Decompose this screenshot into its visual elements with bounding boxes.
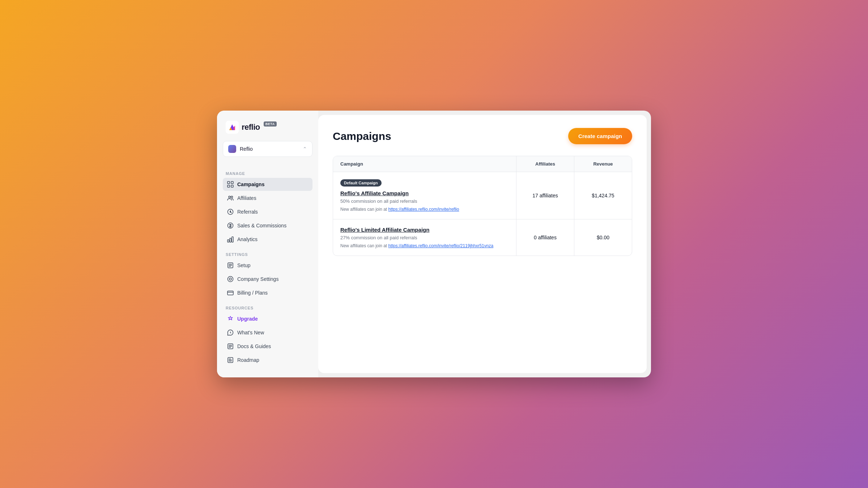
campaign-desc-2: 27% commission on all paid referrals	[340, 235, 509, 240]
link-prefix-2: New affiliates can join at	[340, 243, 387, 248]
campaigns-table: Campaign Affiliates Revenue Default Camp…	[333, 156, 632, 256]
sidebar-item-campaigns[interactable]: Campaigns	[223, 178, 312, 191]
app-container: reflio BETA Reflio ⌃ MANAGE Campaigns Af…	[217, 111, 651, 377]
sidebar-item-billing[interactable]: Billing / Plans	[223, 286, 312, 299]
svg-rect-14	[230, 238, 231, 242]
campaign-link-row-1: New affiliates can join at https://affil…	[340, 207, 509, 212]
default-badge: Default Campaign	[340, 179, 382, 187]
create-campaign-button[interactable]: Create campaign	[568, 128, 632, 144]
sidebar-item-affiliates[interactable]: Affiliates	[223, 192, 312, 205]
setup-label: Setup	[237, 262, 251, 268]
svg-rect-15	[232, 237, 233, 242]
whats-new-icon	[227, 329, 234, 336]
svg-point-17	[228, 277, 233, 282]
workspace-icon	[228, 145, 236, 153]
logo-icon	[226, 121, 239, 134]
campaign-cell-2: Reflio's Limited Affiliate Campaign 27% …	[333, 219, 516, 256]
main-content: Campaigns Create campaign Campaign Affil…	[318, 115, 647, 373]
setup-icon	[227, 262, 234, 269]
logo-text: reflio	[242, 123, 260, 132]
resources-section-label: RESOURCES	[223, 306, 312, 310]
affiliates-cell-1: 17 affiliates	[516, 172, 574, 219]
sidebar-item-company[interactable]: Company Settings	[223, 273, 312, 286]
whats-new-label: What's New	[237, 330, 264, 335]
sales-label: Sales & Commissions	[237, 223, 286, 228]
svg-point-9	[231, 196, 233, 198]
workspace-name: Reflio	[240, 146, 299, 152]
campaign-desc-1: 50% commission on all paid referrals	[340, 198, 509, 204]
svg-point-18	[229, 278, 231, 280]
upgrade-label: Upgrade	[237, 316, 258, 322]
beta-badge: BETA	[264, 121, 277, 127]
page-header: Campaigns Create campaign	[333, 128, 632, 144]
analytics-icon	[227, 236, 234, 243]
revenue-cell-1: $1,424.75	[574, 172, 632, 219]
sidebar: reflio BETA Reflio ⌃ MANAGE Campaigns Af…	[217, 111, 318, 377]
campaign-cell-1: Default Campaign Reflio's Affiliate Camp…	[333, 172, 516, 219]
table-row: Reflio's Limited Affiliate Campaign 27% …	[333, 219, 632, 256]
affiliates-cell-2: 0 affiliates	[516, 219, 574, 256]
logo-area: reflio BETA	[223, 121, 312, 134]
svg-point-8	[229, 196, 230, 198]
campaigns-label: Campaigns	[237, 181, 264, 187]
company-icon	[227, 276, 234, 282]
campaign-name-2[interactable]: Reflio's Limited Affiliate Campaign	[340, 227, 509, 233]
settings-section-label: SETTINGS	[223, 252, 312, 257]
table-header: Campaign Affiliates Revenue	[333, 156, 632, 172]
revenue-cell-2: $0.00	[574, 219, 632, 256]
link-prefix-1: New affiliates can join at	[340, 207, 387, 212]
svg-rect-13	[227, 240, 229, 242]
sidebar-item-docs[interactable]: Docs & Guides	[223, 340, 312, 353]
docs-label: Docs & Guides	[237, 343, 271, 349]
billing-icon	[227, 290, 234, 296]
svg-rect-7	[231, 185, 233, 187]
manage-section-label: MANAGE	[223, 171, 312, 176]
workspace-selector[interactable]: Reflio ⌃	[223, 141, 312, 157]
th-revenue: Revenue	[574, 156, 632, 172]
svg-rect-19	[227, 291, 233, 295]
affiliates-label: Affiliates	[237, 195, 256, 201]
campaign-link-2[interactable]: https://affiliates.reflio.com/invite/ref…	[388, 243, 494, 248]
referrals-icon	[227, 209, 234, 215]
svg-rect-4	[227, 181, 230, 184]
svg-rect-5	[231, 181, 233, 184]
svg-rect-6	[227, 185, 230, 187]
campaigns-icon	[227, 181, 234, 188]
docs-icon	[227, 343, 234, 350]
page-title: Campaigns	[333, 130, 391, 142]
svg-point-11	[230, 211, 231, 213]
analytics-label: Analytics	[237, 236, 258, 242]
sidebar-item-roadmap[interactable]: Roadmap	[223, 354, 312, 367]
billing-label: Billing / Plans	[237, 290, 268, 296]
roadmap-icon	[227, 357, 234, 363]
campaign-name-1[interactable]: Reflio's Affiliate Campaign	[340, 190, 509, 196]
sidebar-item-setup[interactable]: Setup	[223, 259, 312, 272]
table-row: Default Campaign Reflio's Affiliate Camp…	[333, 172, 632, 219]
upgrade-icon	[227, 316, 234, 322]
sidebar-item-upgrade[interactable]: Upgrade	[223, 312, 312, 325]
sidebar-item-whats-new[interactable]: What's New	[223, 326, 312, 339]
referrals-label: Referrals	[237, 209, 258, 215]
sidebar-item-analytics[interactable]: Analytics	[223, 233, 312, 246]
sidebar-item-sales[interactable]: Sales & Commissions	[223, 219, 312, 232]
th-campaign: Campaign	[333, 156, 516, 172]
campaign-link-row-2: New affiliates can join at https://affil…	[340, 243, 509, 248]
th-affiliates: Affiliates	[516, 156, 574, 172]
roadmap-label: Roadmap	[237, 357, 259, 363]
company-label: Company Settings	[237, 276, 278, 282]
affiliates-icon	[227, 195, 234, 201]
campaign-link-1[interactable]: https://affiliates.reflio.com/invite/ref…	[388, 207, 459, 212]
chevron-icon: ⌃	[303, 146, 307, 152]
sidebar-item-referrals[interactable]: Referrals	[223, 205, 312, 218]
sales-icon	[227, 222, 234, 229]
